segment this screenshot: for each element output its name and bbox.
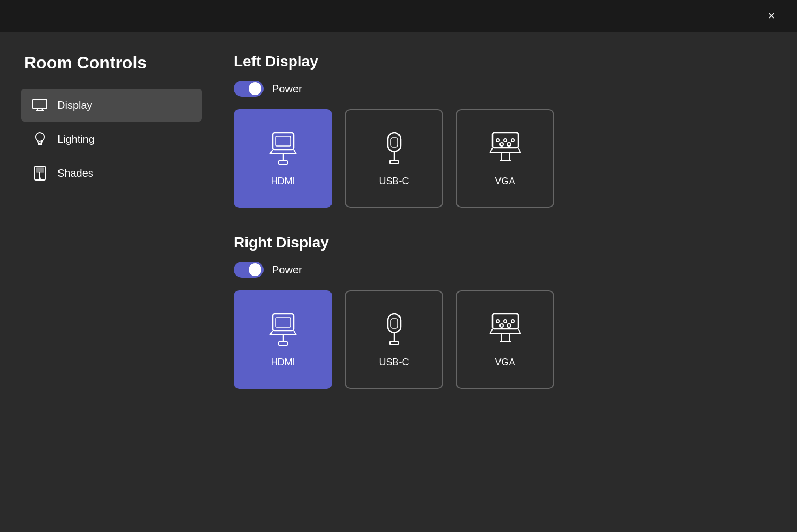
usbc-icon	[378, 130, 410, 167]
shades-icon	[32, 165, 48, 181]
left-display-power-toggle[interactable]	[234, 81, 264, 97]
vga-icon	[489, 130, 521, 167]
left-display-title: Left Display	[234, 53, 765, 70]
left-display-input-grid: HDMI USB-C	[234, 109, 765, 208]
svg-point-22	[504, 139, 507, 142]
svg-point-21	[496, 139, 499, 142]
left-display-section: Left Display Power HDMI	[234, 53, 765, 208]
top-bar: ×	[0, 0, 797, 32]
svg-point-11	[39, 177, 41, 179]
svg-point-25	[507, 143, 511, 146]
display-icon	[32, 97, 48, 113]
sidebar-item-shades-label: Shades	[57, 167, 94, 179]
left-display-vga-label: VGA	[495, 176, 515, 187]
sidebar-item-shades[interactable]: Shades	[21, 157, 202, 190]
right-display-power-toggle[interactable]	[234, 262, 264, 278]
left-display-usbc-button[interactable]: USB-C	[345, 109, 443, 208]
left-display-usbc-label: USB-C	[379, 176, 409, 187]
usbc-icon-right	[378, 311, 410, 348]
content-area: Left Display Power HDMI	[202, 53, 797, 511]
svg-rect-9	[36, 168, 44, 172]
left-display-power-label: Power	[272, 83, 302, 95]
right-display-vga-button[interactable]: VGA	[456, 290, 554, 389]
left-display-hdmi-button[interactable]: HDMI	[234, 109, 332, 208]
right-display-title: Right Display	[234, 234, 765, 251]
hdmi-icon-right	[267, 311, 299, 348]
right-display-hdmi-button[interactable]: HDMI	[234, 290, 332, 389]
svg-rect-16	[388, 133, 401, 152]
sidebar-item-lighting[interactable]: Lighting	[21, 123, 202, 156]
right-display-vga-label: VGA	[495, 357, 515, 368]
lighting-icon	[32, 131, 48, 147]
right-display-hdmi-label: HDMI	[271, 357, 295, 368]
left-display-vga-button[interactable]: VGA	[456, 109, 554, 208]
left-display-power-row: Power	[234, 81, 765, 97]
close-button[interactable]: ×	[762, 6, 781, 25]
svg-rect-36	[390, 341, 398, 345]
right-display-input-grid: HDMI USB-C	[234, 290, 765, 389]
sidebar-title: Room Controls	[21, 53, 202, 73]
svg-point-4	[36, 133, 44, 141]
svg-rect-19	[390, 160, 398, 164]
svg-point-24	[500, 143, 503, 146]
svg-rect-13	[276, 136, 291, 146]
hdmi-icon	[267, 130, 299, 167]
svg-rect-15	[279, 161, 287, 164]
close-icon: ×	[768, 9, 775, 23]
svg-point-39	[504, 320, 507, 323]
svg-rect-34	[391, 319, 398, 328]
svg-rect-17	[391, 138, 398, 147]
svg-rect-32	[279, 342, 287, 345]
right-display-power-label: Power	[272, 264, 302, 276]
sidebar-item-lighting-label: Lighting	[57, 133, 95, 145]
vga-icon-right	[489, 311, 521, 348]
right-display-usbc-button[interactable]: USB-C	[345, 290, 443, 389]
svg-point-23	[511, 139, 514, 142]
sidebar-nav: Display Lighting	[21, 89, 202, 190]
left-display-toggle-knob	[249, 82, 261, 95]
svg-point-40	[511, 320, 514, 323]
svg-point-41	[500, 324, 503, 327]
svg-point-42	[507, 324, 511, 327]
right-display-toggle-knob	[249, 263, 261, 276]
svg-rect-33	[388, 314, 401, 333]
right-display-usbc-label: USB-C	[379, 357, 409, 368]
svg-rect-0	[33, 99, 47, 109]
main-layout: Room Controls Display	[0, 32, 797, 532]
left-display-hdmi-label: HDMI	[271, 176, 295, 187]
sidebar-item-display-label: Display	[57, 99, 92, 111]
right-display-power-row: Power	[234, 262, 765, 278]
svg-point-38	[496, 320, 499, 323]
sidebar: Room Controls Display	[21, 53, 202, 511]
svg-rect-30	[276, 318, 291, 327]
right-display-section: Right Display Power HDMI	[234, 234, 765, 389]
sidebar-item-display[interactable]: Display	[21, 89, 202, 122]
